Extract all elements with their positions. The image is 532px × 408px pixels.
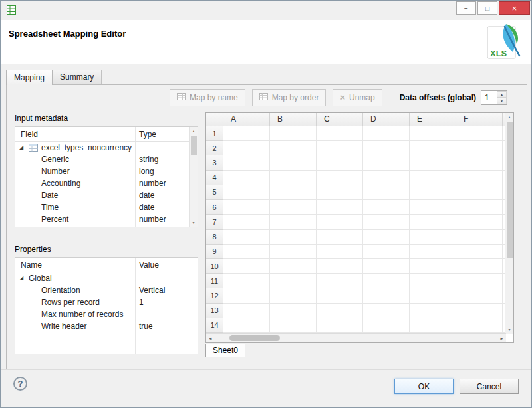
grid-cell[interactable] [363,171,410,185]
grid-cell[interactable] [317,245,363,259]
grid-cell[interactable] [363,230,410,245]
property-row-empty[interactable] [15,332,198,344]
grid-vertical-scrollbar[interactable]: ▲ ▼ [505,113,513,334]
grid-cell[interactable] [317,274,363,288]
grid-row-header[interactable]: 2 [206,141,223,155]
minimize-button[interactable]: − [456,1,476,15]
column-header-value[interactable]: Value [135,258,198,272]
property-row[interactable]: Orientation Vertical [15,284,198,296]
grid-cell[interactable] [223,304,270,318]
cancel-button[interactable]: Cancel [460,379,519,394]
grid-cell[interactable] [410,185,456,200]
grid-column-header[interactable]: B [270,113,317,126]
unmap-button[interactable]: × Unmap [332,89,382,106]
grid-cell[interactable] [223,288,270,303]
tab-mapping[interactable]: Mapping [6,70,53,85]
grid-column-header[interactable]: F [456,113,503,126]
grid-cell[interactable] [270,141,317,155]
grid-cell[interactable] [223,215,270,229]
grid-cell[interactable] [456,245,503,259]
metadata-row[interactable]: Time date [15,201,198,213]
grid-cell[interactable] [456,259,503,274]
help-button[interactable]: ? [13,377,27,391]
grid-cell[interactable] [410,245,456,259]
grid-row-header[interactable]: 9 [206,245,223,259]
grid-cell[interactable] [410,200,456,215]
grid-cell[interactable] [270,155,317,170]
grid-cell[interactable] [223,259,270,274]
grid-cell[interactable] [456,318,503,333]
property-row[interactable]: Write header true [15,320,198,332]
grid-cell[interactable] [363,141,410,155]
grid-cell[interactable] [410,288,456,303]
metadata-row[interactable]: Number long [15,165,198,177]
map-by-order-button[interactable]: Map by order [252,89,327,106]
grid-cell[interactable] [270,318,317,333]
grid-column-header[interactable]: C [317,113,363,126]
grid-row-header[interactable]: 5 [206,185,223,200]
grid-cell[interactable] [223,126,270,141]
grid-cell[interactable] [456,185,503,200]
grid-cell[interactable] [410,126,456,141]
grid-row-header[interactable]: 1 [206,126,223,141]
grid-cell[interactable] [456,288,503,303]
sheet-tab[interactable]: Sheet0 [205,344,245,357]
grid-cell[interactable] [410,215,456,229]
grid-horizontal-scrollbar[interactable]: ◀ ▶ [206,333,506,342]
grid-column-header[interactable]: E [410,113,456,126]
grid-row-header[interactable]: 6 [206,200,223,215]
spinner-up-icon[interactable]: ▲ [497,91,507,98]
scroll-down-icon[interactable]: ▼ [505,326,513,334]
grid-cell[interactable] [270,185,317,200]
grid-cell[interactable] [410,274,456,288]
grid-cell[interactable] [410,141,456,155]
properties-root-row[interactable]: ◢ Global [15,272,198,284]
grid-cell[interactable] [270,288,317,303]
grid-hscroll-thumb[interactable] [229,335,280,341]
grid-cell[interactable] [223,141,270,155]
column-header-name[interactable]: Name [15,258,135,272]
grid-cell[interactable] [270,245,317,259]
grid-column-header[interactable]: D [363,113,410,126]
grid-cell[interactable] [456,155,503,170]
metadata-row[interactable]: Date date [15,189,198,201]
metadata-root-row[interactable]: ◢ excel_types_noncurrency [15,142,198,153]
grid-cell[interactable] [223,230,270,245]
tree-expander-icon[interactable]: ◢ [19,145,25,150]
grid-cell[interactable] [317,200,363,215]
grid-cell[interactable] [456,200,503,215]
grid-cell[interactable] [270,215,317,229]
grid-cell[interactable] [363,126,410,141]
grid-column-header[interactable]: A [223,113,270,126]
property-row[interactable]: Rows per record 1 [15,296,198,308]
grid-corner-cell[interactable] [206,113,223,126]
grid-cell[interactable] [317,304,363,318]
column-header-field[interactable]: Field [15,127,135,141]
grid-cell[interactable] [456,274,503,288]
tab-summary[interactable]: Summary [53,70,102,84]
grid-cell[interactable] [363,304,410,318]
metadata-row[interactable]: Percent number [15,213,198,225]
grid-row-header[interactable]: 10 [206,259,223,274]
grid-row-header[interactable]: 11 [206,274,223,288]
metadata-scrollbar[interactable]: ▲ ▼ [189,127,198,227]
grid-cell[interactable] [270,304,317,318]
grid-cell[interactable] [363,215,410,229]
grid-cell[interactable] [410,304,456,318]
property-row[interactable]: Max number of records [15,308,198,320]
map-by-name-button[interactable]: Map by name [170,89,245,106]
grid-cell[interactable] [270,200,317,215]
grid-cell[interactable] [456,126,503,141]
grid-cell[interactable] [270,259,317,274]
spinner-down-icon[interactable]: ▼ [497,98,507,104]
grid-cell[interactable] [317,155,363,170]
titlebar[interactable]: − □ × [1,1,531,20]
ok-button[interactable]: OK [394,379,454,394]
grid-cell[interactable] [363,245,410,259]
grid-cell[interactable] [363,259,410,274]
grid-cell[interactable] [456,304,503,318]
grid-row-header[interactable]: 3 [206,155,223,170]
grid-cell[interactable] [456,215,503,229]
grid-vscroll-thumb[interactable] [507,122,513,258]
grid-row-header[interactable]: 4 [206,171,223,185]
